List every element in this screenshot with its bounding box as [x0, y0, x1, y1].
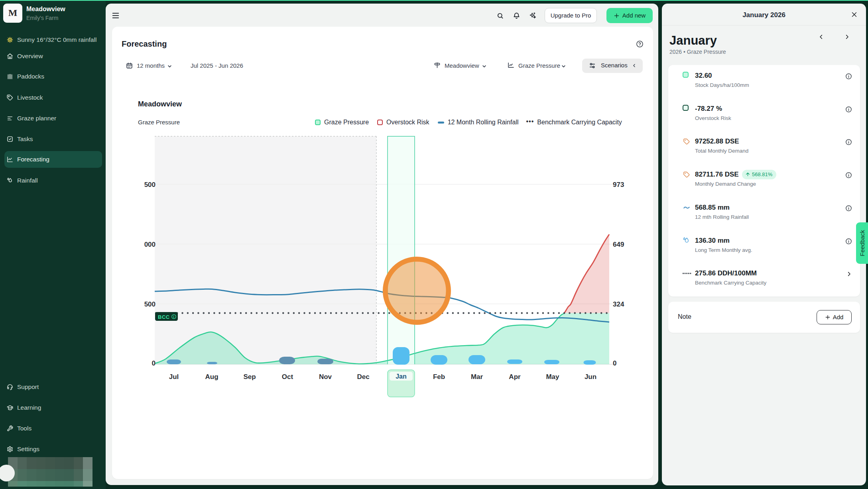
- svg-text:Dec: Dec: [357, 373, 369, 381]
- svg-text:000: 000: [144, 241, 155, 248]
- svg-text:i: i: [173, 315, 174, 319]
- svg-text:Nov: Nov: [319, 373, 332, 381]
- svg-text:Jan: Jan: [396, 373, 407, 380]
- svg-text:Sep: Sep: [243, 373, 256, 381]
- svg-text:324: 324: [613, 300, 624, 308]
- svg-text:May: May: [546, 373, 559, 381]
- svg-text:500: 500: [144, 181, 155, 189]
- svg-text:Oct: Oct: [282, 373, 293, 381]
- svg-text:Jul: Jul: [169, 373, 179, 381]
- svg-text:Jun: Jun: [585, 373, 596, 381]
- svg-text:Mar: Mar: [471, 373, 483, 381]
- svg-text:973: 973: [613, 181, 624, 189]
- svg-text:0: 0: [152, 359, 155, 367]
- svg-text:649: 649: [613, 241, 624, 248]
- svg-text:Aug: Aug: [205, 373, 218, 381]
- svg-text:0: 0: [613, 359, 616, 367]
- svg-text:500: 500: [144, 300, 155, 308]
- svg-text:Apr: Apr: [509, 373, 521, 381]
- svg-text:Feb: Feb: [433, 373, 445, 381]
- svg-text:BCC: BCC: [158, 314, 170, 320]
